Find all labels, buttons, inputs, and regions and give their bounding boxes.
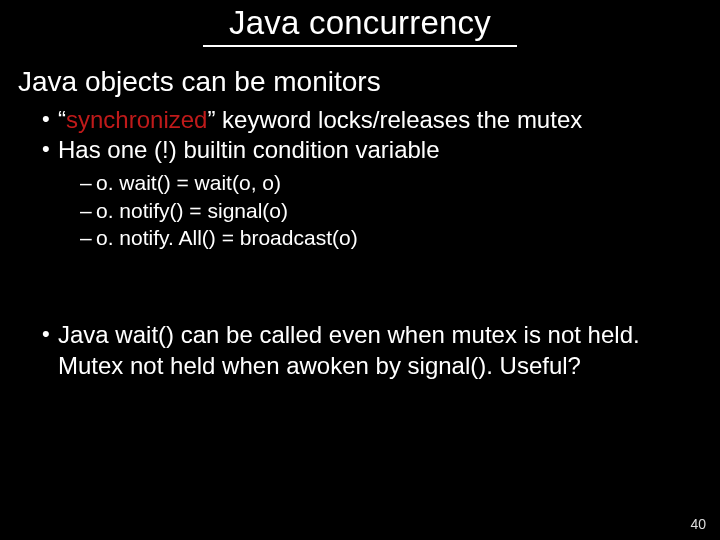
page-number: 40 (690, 516, 706, 532)
sub-bullet-item: o. notify() = signal(o) (80, 197, 702, 225)
sub-bullet-text: o. notify() = signal(o) (96, 199, 288, 222)
slide-title: Java concurrency (203, 4, 517, 47)
sub-bullet-item: o. notify. All() = broadcast(o) (80, 224, 702, 252)
bullet-item: Has one (!) builtin condition variable o… (42, 135, 702, 252)
bullet-text: Has one (!) builtin condition variable (58, 136, 440, 163)
bullet-item: Java wait() can be called even when mute… (42, 320, 702, 381)
bullet-list: Java wait() can be called even when mute… (18, 320, 702, 381)
sub-bullet-item: o. wait() = wait(o, o) (80, 169, 702, 197)
bullet-text-pre: “ (58, 106, 66, 133)
slide-subheading: Java objects can be monitors (18, 65, 702, 99)
keyword-synchronized: synchronized (66, 106, 207, 133)
slide-title-wrap: Java concurrency (0, 0, 720, 47)
sub-bullet-text: o. notify. All() = broadcast(o) (96, 226, 358, 249)
slide-body: Java objects can be monitors “synchroniz… (0, 47, 720, 382)
bullet-list: “synchronized” keyword locks/releases th… (18, 105, 702, 253)
bullet-text: Java wait() can be called even when mute… (58, 321, 640, 379)
bullet-text-post: ” keyword locks/releases the mutex (207, 106, 582, 133)
sub-bullet-list: o. wait() = wait(o, o) o. notify() = sig… (58, 169, 702, 252)
bullet-item: “synchronized” keyword locks/releases th… (42, 105, 702, 136)
sub-bullet-text: o. wait() = wait(o, o) (96, 171, 281, 194)
